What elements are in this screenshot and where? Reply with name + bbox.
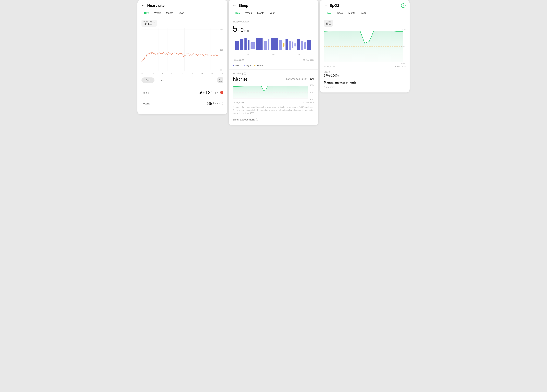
sleep-chart: 04 06 08 bbox=[233, 36, 314, 57]
range-indicator-dot bbox=[220, 91, 223, 94]
breathing-time-end: 10 Jun, 08:16 bbox=[303, 101, 314, 104]
svg-rect-14 bbox=[245, 38, 247, 50]
breathing-spo2: Lowest sleep SpO2： 97% bbox=[286, 78, 314, 81]
sleep-time-06: 06 bbox=[273, 54, 274, 55]
heartrate-tooltip-value: 121 bpm bbox=[144, 23, 155, 26]
breathing-value: None bbox=[233, 76, 247, 83]
range-stat: Range 56-121 bpm bbox=[142, 87, 223, 98]
spo2-time-labels: 10 Jun, 03:58 10 Jun, 08:15 bbox=[320, 65, 410, 68]
breathing-y-labels: 100% 90% 80% bbox=[310, 84, 314, 101]
sleep-title: Sleep bbox=[238, 3, 248, 8]
resting-unit: bpm bbox=[213, 102, 218, 105]
breathing-chart-svg bbox=[233, 84, 308, 101]
heartrate-controls: Bars Line bbox=[142, 77, 223, 83]
resting-value: 89 bbox=[207, 101, 212, 106]
tab-spo2-week[interactable]: Week bbox=[334, 10, 346, 16]
tab-heartrate-day[interactable]: Day bbox=[142, 10, 152, 16]
svg-rect-15 bbox=[248, 40, 249, 50]
tab-sleep-week[interactable]: Week bbox=[243, 10, 255, 16]
tab-sleep-day[interactable]: Day bbox=[233, 10, 243, 16]
heartrate-stats: Range 56-121 bpm Resting 89 bpm bbox=[137, 86, 227, 110]
expand-button[interactable] bbox=[218, 77, 223, 83]
heartrate-y-labels: 180 120 60 bbox=[220, 28, 223, 72]
sleep-h-unit: h bbox=[238, 29, 239, 33]
tab-sleep-year[interactable]: Year bbox=[267, 10, 277, 16]
tab-spo2-year[interactable]: Year bbox=[358, 10, 369, 16]
awake-dot bbox=[254, 65, 255, 66]
heartrate-back-button[interactable]: ← bbox=[142, 3, 145, 8]
legend-light: Light bbox=[244, 64, 251, 67]
heartrate-tooltip: 9 Jun, 03:11 121 bpm bbox=[142, 20, 157, 27]
bars-button[interactable]: Bars bbox=[142, 77, 154, 83]
spo2-time-end: 10 Jun, 08:15 bbox=[394, 66, 405, 68]
resting-label: Resting bbox=[142, 102, 207, 105]
breathing-label: Breathing i bbox=[233, 72, 314, 75]
svg-marker-31 bbox=[233, 86, 308, 98]
spo2-y-labels: 100% 90% 80% bbox=[401, 28, 405, 65]
svg-rect-24 bbox=[289, 41, 291, 50]
svg-rect-13 bbox=[240, 39, 243, 50]
sleep-duration: 5 h 0 min bbox=[233, 24, 314, 34]
tab-heartrate-month[interactable]: Month bbox=[164, 10, 176, 16]
svg-rect-27 bbox=[297, 39, 300, 50]
breathing-section: Breathing i None Lowest sleep SpO2： 97% … bbox=[229, 72, 318, 115]
svg-rect-29 bbox=[304, 42, 306, 49]
spo2-chart: 100% 90% 80% bbox=[324, 28, 405, 65]
svg-rect-23 bbox=[286, 39, 288, 50]
legend-awake-label: Awake bbox=[256, 64, 263, 67]
light-dot bbox=[244, 65, 245, 66]
legend-light-label: Light bbox=[246, 64, 251, 67]
tab-spo2-day[interactable]: Day bbox=[324, 10, 334, 16]
svg-rect-25 bbox=[292, 41, 294, 48]
svg-rect-21 bbox=[279, 40, 282, 50]
heartrate-title: Heart rate bbox=[147, 3, 164, 8]
spo2-info-section: SpO2 97%-100% Manual measurements No rec… bbox=[320, 71, 410, 88]
heartrate-chart: 180 120 60 bbox=[142, 28, 223, 72]
svg-rect-20 bbox=[271, 38, 278, 50]
sleep-minutes: 0 bbox=[240, 27, 244, 33]
breathing-note: *It seems that you moved too much in you… bbox=[233, 106, 314, 115]
spo2-tooltip: 03:58 99% bbox=[324, 20, 333, 27]
legend-deep: Deep bbox=[233, 64, 240, 67]
spo2-tooltip-time: 03:58 bbox=[326, 20, 331, 23]
spo2-tooltip-value: 99% bbox=[326, 23, 331, 26]
spo2-title: SpO2 bbox=[329, 3, 339, 8]
sleep-time-04: 04 bbox=[247, 54, 249, 55]
deep-dot bbox=[233, 65, 234, 66]
spo2-screen: ← SpO2 i Day Week Month Year 03:58 99% 1… bbox=[320, 0, 410, 93]
svg-marker-35 bbox=[324, 31, 403, 62]
sleep-header: ← Sleep bbox=[229, 0, 318, 10]
sleep-legend: Deep Light Awake bbox=[229, 63, 318, 69]
sleep-hours: 5 bbox=[233, 24, 238, 34]
manual-measurements-title: Manual measurements bbox=[324, 81, 405, 84]
heartrate-x-labels: 9:00 3 6 9 12 15 18 21 24 bbox=[137, 72, 227, 74]
sleep-time-row: 04 06 08 bbox=[234, 53, 313, 56]
sleep-back-button[interactable]: ← bbox=[233, 3, 236, 8]
heartrate-tabs: Day Week Month Year bbox=[137, 10, 227, 16]
sleep-overview-label: Sleep overview bbox=[233, 20, 314, 23]
tab-sleep-month[interactable]: Month bbox=[255, 10, 267, 16]
sleep-assessment-section: Sleep assessment i bbox=[229, 115, 318, 121]
spo2-tabs: Day Week Month Year bbox=[320, 10, 410, 16]
tab-spo2-month[interactable]: Month bbox=[346, 10, 358, 16]
heartrate-tooltip-date: 9 Jun, 03:11 bbox=[144, 20, 155, 23]
tab-heartrate-week[interactable]: Week bbox=[152, 10, 164, 16]
svg-rect-12 bbox=[235, 41, 239, 50]
breathing-chart: 100% 90% 80% bbox=[233, 84, 314, 101]
legend-awake: Awake bbox=[254, 64, 263, 67]
sleep-bars-svg bbox=[234, 37, 313, 53]
svg-rect-26 bbox=[294, 43, 295, 47]
tab-heartrate-year[interactable]: Year bbox=[176, 10, 186, 16]
svg-rect-28 bbox=[301, 41, 303, 50]
line-button[interactable]: Line bbox=[156, 77, 168, 83]
sleep-date-start: 10 Jun, 03:37 bbox=[233, 59, 244, 61]
spo2-info-icon[interactable]: i bbox=[401, 3, 405, 8]
breathing-info-icon: i bbox=[244, 72, 246, 75]
spo2-back-button[interactable]: ← bbox=[324, 3, 328, 8]
spo2-time-start: 10 Jun, 03:58 bbox=[324, 66, 335, 68]
svg-rect-19 bbox=[268, 39, 269, 50]
range-unit: bpm bbox=[214, 91, 219, 94]
svg-rect-18 bbox=[264, 41, 267, 50]
heartrate-screen: ← Heart rate Day Week Month Year 9 Jun, … bbox=[137, 0, 227, 115]
svg-rect-30 bbox=[307, 40, 311, 50]
